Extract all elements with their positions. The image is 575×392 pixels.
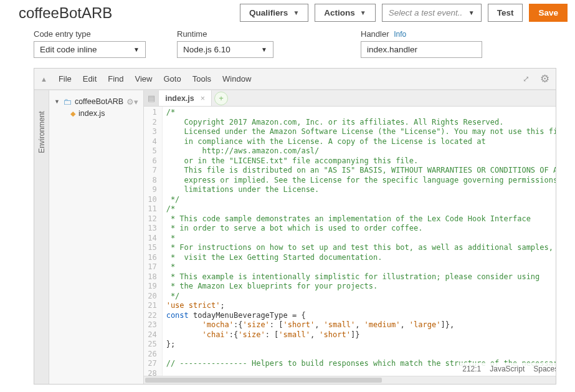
- editor-status-bar: 212:1 JavaScript Spaces: 4 ⚙: [460, 363, 556, 375]
- tree-root[interactable]: ▼ 🗀 coffeeBotARB ⚙▾: [53, 95, 140, 108]
- handler-info-link[interactable]: Info: [394, 30, 406, 39]
- folder-icon: 🗀: [63, 97, 72, 107]
- tree-file[interactable]: ◆ index.js: [69, 108, 140, 119]
- file-icon: ◆: [70, 110, 75, 118]
- runtime-group: Runtime Node.js 6.10 ▼: [177, 29, 273, 58]
- chevron-down-icon: ▼: [360, 9, 366, 16]
- tab-strip: ▤ index.js × +: [144, 90, 556, 107]
- menu-file[interactable]: File: [59, 74, 72, 84]
- handler-group: Handler Info index.handler: [361, 29, 482, 58]
- chevron-down-icon: ▼: [261, 46, 267, 53]
- language-mode[interactable]: JavaScript: [490, 365, 525, 373]
- test-button[interactable]: Test: [488, 4, 523, 22]
- test-event-select[interactable]: Select a test event.. ▼: [382, 4, 482, 22]
- menu-find[interactable]: Find: [108, 74, 123, 84]
- test-event-placeholder: Select a test event..: [389, 8, 463, 17]
- gear-icon[interactable]: ⚙: [540, 72, 549, 85]
- qualifiers-label: Qualifiers: [249, 8, 288, 17]
- editor-column: ▤ index.js × + 1 2 3 4 5 6 7 8 9 10 11 1…: [144, 90, 556, 384]
- tab-list-icon[interactable]: ▤: [144, 90, 159, 106]
- code-entry-select[interactable]: Edit code inline ▼: [34, 41, 146, 58]
- ide-menu-bar: ▲ File Edit Find View Goto Tools Window …: [34, 69, 556, 90]
- actions-label: Actions: [324, 8, 355, 17]
- function-name: coffeeBotARB: [19, 4, 112, 22]
- menu-window[interactable]: Window: [222, 74, 251, 84]
- file-tab-active[interactable]: index.js ×: [159, 90, 212, 106]
- header-bar: coffeeBotARB Qualifiers ▼ Actions ▼ Sele…: [0, 0, 575, 27]
- add-tab-button[interactable]: +: [214, 92, 228, 105]
- line-gutter: 1 2 3 4 5 6 7 8 9 10 11 12 13 14 15 16 1…: [144, 107, 162, 376]
- ide-body: Environment ▼ 🗀 coffeeBotARB ⚙▾ ◆ index.…: [34, 90, 556, 384]
- runtime-label: Runtime: [177, 29, 273, 39]
- actions-button[interactable]: Actions ▼: [315, 4, 375, 22]
- qualifiers-button[interactable]: Qualifiers ▼: [240, 4, 308, 22]
- menu-edit[interactable]: Edit: [83, 74, 97, 84]
- chevron-down-icon: ▼: [133, 46, 140, 53]
- horizontal-scrollbar[interactable]: [144, 376, 556, 384]
- indent-setting[interactable]: Spaces: 4: [533, 365, 556, 373]
- cursor-position: 212:1: [462, 365, 481, 373]
- chevron-down-icon: ▼: [54, 98, 60, 105]
- chevron-down-icon: ▼: [468, 9, 475, 16]
- collapse-up-icon[interactable]: ▲: [40, 75, 47, 83]
- runtime-select[interactable]: Node.js 6.10 ▼: [177, 41, 273, 58]
- menu-view[interactable]: View: [135, 74, 153, 84]
- handler-input[interactable]: index.handler: [361, 41, 482, 58]
- save-button[interactable]: Save: [529, 4, 568, 22]
- code-entry-label: Code entry type: [34, 29, 146, 39]
- gear-icon[interactable]: ⚙▾: [126, 97, 138, 107]
- config-row: Code entry type Edit code inline ▼ Runti…: [0, 27, 575, 62]
- code-area[interactable]: 1 2 3 4 5 6 7 8 9 10 11 12 13 14 15 16 1…: [144, 107, 556, 376]
- close-icon[interactable]: ×: [201, 94, 205, 103]
- file-tree: ▼ 🗀 coffeeBotARB ⚙▾ ◆ index.js: [49, 90, 144, 384]
- code-text[interactable]: /* Copyright 2017 Amazon.com, Inc. or it…: [163, 107, 556, 376]
- fullscreen-icon[interactable]: ⤢: [523, 74, 529, 84]
- environment-tab[interactable]: Environment: [34, 90, 49, 384]
- chevron-down-icon: ▼: [293, 9, 299, 16]
- code-editor-panel: ▲ File Edit Find View Goto Tools Window …: [34, 68, 556, 385]
- menu-goto[interactable]: Goto: [164, 74, 181, 84]
- code-entry-group: Code entry type Edit code inline ▼: [34, 29, 146, 58]
- menu-tools[interactable]: Tools: [192, 74, 211, 84]
- handler-label: Handler Info: [361, 29, 482, 39]
